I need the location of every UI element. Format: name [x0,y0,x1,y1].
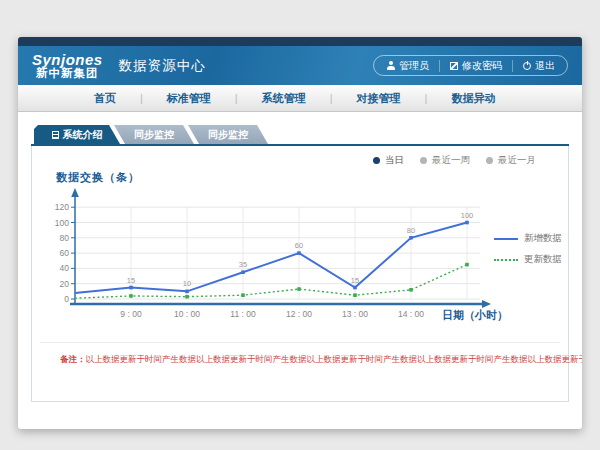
radio-label: 最近一周 [432,154,470,167]
svg-text:9 : 00: 9 : 00 [120,309,142,319]
svg-text:100: 100 [461,211,474,220]
line-chart: 0204060801001209 : 0010 : 0011 : 0012 : … [48,187,508,327]
svg-text:11 : 00: 11 : 00 [230,309,256,319]
footnote: 备注：以上数据更新于时间产生数据以上数据更新于时间产生数据以上数据更新于时间产生… [60,354,582,366]
svg-text:60: 60 [60,248,70,258]
tab-underline [31,144,569,146]
tab-sync-monitor-2[interactable]: 同步监控 [188,125,268,144]
nav-item-data-change[interactable]: 数据异动 [427,91,519,106]
main-nav: 首页 | 标准管理 | 系统管理 | 对接管理 | 数据异动 [18,85,582,112]
toolbar-divider [439,60,440,72]
note-divider [40,342,560,343]
content-area: 系统介绍 同步监控 同步监控 当日 最近一周 [18,112,582,402]
legend-item-new-data: 新增数据 [494,232,562,245]
company-logo: Synjones 新中新集团 [32,52,103,80]
app-window: Synjones 新中新集团 数据资源中心 管理员 修改密码 退出 首页 | 标… [18,37,582,429]
tab-label: 同步监控 [208,128,248,142]
user-toolbar: 管理员 修改密码 退出 [373,55,568,76]
svg-text:20: 20 [60,279,70,289]
svg-text:60: 60 [295,241,303,250]
app-header: Synjones 新中新集团 数据资源中心 管理员 修改密码 退出 [18,46,582,85]
edit-icon [450,62,458,70]
svg-text:12 : 00: 12 : 00 [286,309,312,319]
logo-text-en: Synjones [32,52,103,68]
tab-system-intro[interactable]: 系统介绍 [34,125,120,144]
svg-text:15: 15 [351,276,359,285]
window-top-strip [18,37,582,46]
radio-label: 当日 [385,154,404,167]
svg-text:80: 80 [407,226,415,235]
nav-item-home[interactable]: 首页 [70,91,140,106]
tab-bar: 系统介绍 同步监控 同步监控 [31,125,569,144]
user-icon [386,61,395,70]
radio-label: 最近一月 [498,154,536,167]
logout-label: 退出 [535,59,555,73]
current-user-label: 管理员 [399,59,429,73]
current-user-button[interactable]: 管理员 [386,59,429,73]
nav-item-interface-mgmt[interactable]: 对接管理 [333,91,425,106]
page-title: 数据资源中心 [119,57,206,75]
nav-item-system-mgmt[interactable]: 系统管理 [238,91,330,106]
y-axis-title: 数据交换（条） [56,170,140,185]
document-icon [52,131,59,139]
radio-today[interactable]: 当日 [373,154,404,167]
footnote-text: 以上数据更新于时间产生数据以上数据更新于时间产生数据以上数据更新于时间产生数据以… [86,354,583,364]
change-password-button[interactable]: 修改密码 [450,59,502,73]
change-password-label: 修改密码 [462,59,502,73]
footnote-label: 备注： [60,354,86,364]
svg-text:15: 15 [127,276,135,285]
svg-text:120: 120 [55,202,69,212]
svg-text:40: 40 [60,263,70,273]
power-icon [523,62,531,70]
legend-item-updated-data: 更新数据 [494,253,562,266]
svg-text:35: 35 [239,260,247,269]
svg-text:日期（小时）: 日期（小时） [442,309,508,322]
blue-line-icon [494,238,518,240]
svg-text:100: 100 [55,218,69,228]
toolbar-divider [512,60,513,72]
svg-text:10: 10 [183,279,191,288]
legend-label: 新增数据 [524,232,562,245]
radio-last-week[interactable]: 最近一周 [420,154,470,167]
green-dotted-line-icon [494,259,518,261]
tab-label: 同步监控 [134,128,174,142]
time-range-selector: 当日 最近一周 最近一月 [373,154,536,167]
chart-panel: 当日 最近一周 最近一月 数据交换（条） 0204060801001209 : … [31,146,569,402]
svg-text:0: 0 [64,294,69,304]
svg-text:80: 80 [60,233,70,243]
nav-item-standard-mgmt[interactable]: 标准管理 [143,91,235,106]
svg-text:14 : 00: 14 : 00 [398,309,424,319]
tab-label: 系统介绍 [63,128,103,142]
tab-sync-monitor-1[interactable]: 同步监控 [114,125,194,144]
radio-dot-icon [373,157,380,164]
svg-text:13 : 00: 13 : 00 [342,309,368,319]
logo-text-cn: 新中新集团 [36,67,99,79]
svg-text:10 : 00: 10 : 00 [174,309,200,319]
chart-legend: 新增数据 更新数据 [494,232,562,266]
radio-last-month[interactable]: 最近一月 [486,154,536,167]
radio-dot-icon [486,157,493,164]
radio-dot-icon [420,157,427,164]
logout-button[interactable]: 退出 [523,59,555,73]
legend-label: 更新数据 [524,253,562,266]
